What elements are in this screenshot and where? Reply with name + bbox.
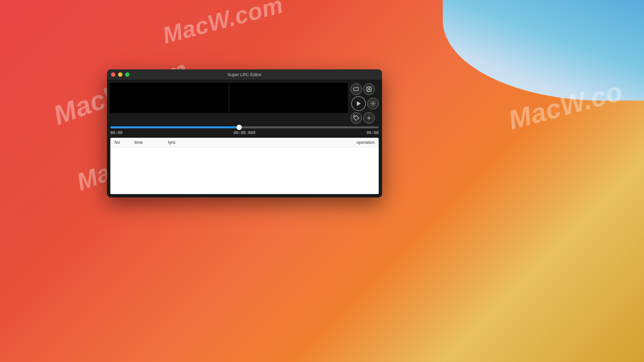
top-section	[107, 80, 382, 124]
app-window: Super LRC Editor	[107, 69, 382, 197]
close-button[interactable]	[111, 72, 115, 77]
col-operation: operation	[334, 140, 375, 145]
folder-icon	[353, 86, 359, 92]
open-folder-button[interactable]	[351, 83, 362, 95]
tag-icon	[370, 101, 376, 107]
add-button[interactable]	[363, 112, 375, 124]
col-time: time	[135, 140, 168, 145]
save-button[interactable]	[363, 83, 375, 95]
time-labels: 00:00 00:00.000 00:00	[110, 130, 379, 135]
video-panel-right	[229, 83, 348, 113]
save-icon	[366, 86, 372, 92]
maximize-button[interactable]	[125, 72, 129, 77]
minimize-button[interactable]	[118, 72, 122, 77]
settings-button[interactable]	[367, 98, 379, 109]
play-icon	[355, 100, 362, 107]
svg-rect-2	[368, 89, 370, 92]
table-body	[110, 147, 379, 194]
progress-bar[interactable]	[110, 126, 379, 128]
icons-row-1	[351, 83, 379, 95]
timeline-area: 00:00 00:00.000 00:00	[107, 124, 382, 138]
window-title: Super LRC Editor	[227, 72, 262, 77]
time-current: 00:00.000	[233, 130, 255, 135]
video-panels	[110, 83, 348, 124]
add-icon	[366, 115, 372, 121]
time-start: 00:00	[110, 130, 122, 135]
icons-row-2	[351, 96, 379, 111]
progress-thumb[interactable]	[236, 125, 242, 130]
table-area: No time lyric operation	[110, 138, 379, 194]
col-lyric: lyric	[168, 140, 334, 145]
traffic-lights	[111, 72, 129, 77]
svg-point-4	[372, 103, 374, 105]
tag-button[interactable]	[351, 112, 362, 124]
svg-marker-3	[357, 101, 361, 106]
table-header: No time lyric operation	[110, 138, 379, 147]
label-icon	[353, 115, 359, 121]
svg-rect-1	[368, 87, 370, 88]
time-end: 00:00	[367, 130, 379, 135]
titlebar: Super LRC Editor	[107, 69, 382, 80]
progress-fill	[110, 126, 239, 128]
col-no: No	[114, 140, 135, 145]
svg-point-5	[355, 116, 355, 117]
icons-panel	[350, 83, 379, 124]
play-button[interactable]	[351, 96, 366, 111]
video-panel-left	[110, 83, 229, 113]
icons-row-3	[351, 112, 379, 124]
